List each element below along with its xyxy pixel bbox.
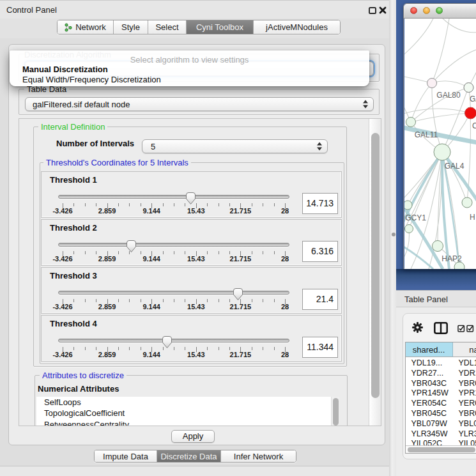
attribute-list-item[interactable]: BetweennessCentrality	[36, 419, 331, 426]
cell-name[interactable]: YBR04	[453, 379, 476, 389]
cell-shared-name[interactable]: YLR345W	[406, 429, 453, 440]
network-edge	[432, 81, 468, 88]
cell-shared-name[interactable]: YDL19...	[406, 358, 453, 369]
table-row[interactable]: YBR043CYBR04	[406, 379, 476, 389]
pane-divider[interactable]	[389, 0, 396, 476]
cell-shared-name[interactable]: YPR145W	[406, 388, 453, 399]
dropdown-option[interactable]: Equal Width/Frequency Discretization	[22, 75, 161, 84]
bottom-tab-infer-network[interactable]: Infer Network	[221, 450, 296, 462]
slider-tick	[263, 203, 263, 206]
threshold-value-field[interactable]: 6.316	[302, 241, 338, 262]
network-canvas[interactable]: GAL80GACGAL11GAL4GCY1HHAP2	[404, 19, 476, 269]
float-window-icon[interactable]	[369, 7, 376, 14]
slider-tick	[141, 203, 141, 206]
table-row[interactable]: YDL19...YDL19	[406, 358, 476, 369]
slider-thumb[interactable]	[185, 192, 196, 205]
threshold-value-field[interactable]: 11.344	[302, 337, 338, 358]
slider-track[interactable]	[58, 195, 289, 199]
tab-cyni-toolbox[interactable]: Cyni Toolbox	[187, 20, 254, 34]
table-row[interactable]: YBR045CYBR04	[406, 409, 476, 419]
slider-tick	[73, 299, 74, 302]
network-node[interactable]	[427, 79, 437, 88]
attributes-scrollbar-thumb[interactable]	[333, 398, 339, 426]
close-icon[interactable]	[379, 6, 387, 14]
minimize-traffic-light[interactable]	[423, 7, 430, 14]
cell-name[interactable]: YBL07	[453, 419, 476, 429]
table-hscrollbar[interactable]	[406, 445, 476, 453]
tab-label: Style	[121, 22, 140, 32]
network-node[interactable]	[462, 197, 472, 208]
column-header-shared-name[interactable]: shared...	[406, 342, 453, 357]
bottom-tab-impute-data[interactable]: Impute Data	[95, 450, 157, 462]
cell-name[interactable]: YPR14	[453, 388, 476, 399]
network-node[interactable]	[404, 201, 412, 210]
attribute-list-item[interactable]: SelfLoops	[36, 397, 331, 408]
checkbox-icon[interactable]	[466, 325, 474, 332]
bottom-tab-discretize-data[interactable]: Discretize Data	[157, 450, 221, 462]
slider-tick	[85, 347, 86, 350]
network-node[interactable]	[434, 144, 450, 160]
slider-track[interactable]	[58, 339, 289, 342]
dropdown-option[interactable]: Manual Discretization	[22, 65, 108, 74]
tab-style[interactable]: Style	[114, 20, 148, 34]
threshold-slider[interactable]: -3.4262.8599.14415.4321.71528	[58, 316, 289, 362]
slider-thumb[interactable]	[126, 240, 137, 253]
table-row[interactable]: YBL079WYBL07	[406, 419, 476, 429]
cell-shared-name[interactable]: YBR043C	[406, 379, 453, 389]
threshold-value-field[interactable]: 14.713	[302, 193, 338, 214]
settings-scrollbar-thumb[interactable]	[371, 133, 380, 398]
cell-shared-name[interactable]: YBR045C	[406, 409, 453, 419]
number-of-intervals-combobox[interactable]: 5	[142, 139, 328, 153]
threshold-slider[interactable]: -3.4262.8599.14415.4321.71528	[58, 172, 289, 219]
cell-shared-name[interactable]: YER054C	[406, 399, 453, 409]
tab-jactivemnodules[interactable]: jActiveMNodules	[254, 20, 340, 34]
slider-track[interactable]	[58, 291, 289, 295]
network-edge	[404, 19, 433, 57]
zoom-traffic-light[interactable]	[436, 7, 443, 14]
network-node[interactable]	[433, 241, 443, 252]
slider-tick	[85, 251, 86, 254]
cell-name[interactable]: YDR27	[453, 369, 476, 379]
table-hscrollbar-thumb[interactable]	[408, 447, 475, 452]
window-title: Control Panel	[6, 5, 57, 15]
slider-tick-label: 28	[281, 255, 289, 263]
close-traffic-light[interactable]	[410, 7, 417, 14]
attribute-list-item[interactable]: TopologicalCoefficient	[36, 408, 331, 418]
gear-icon[interactable]	[412, 322, 423, 333]
network-node[interactable]	[405, 225, 413, 233]
threshold-slider[interactable]: -3.4262.8599.14415.4321.71528	[58, 268, 289, 314]
cell-name[interactable]: YLR34	[453, 429, 476, 440]
column-header-name[interactable]: name	[453, 342, 476, 357]
slider-thumb[interactable]	[233, 288, 243, 301]
checkbox-icon[interactable]	[457, 325, 465, 332]
tab-network[interactable]: Network	[58, 20, 114, 34]
cell-shared-name[interactable]: YBL079W	[406, 419, 453, 429]
split-view-icon[interactable]	[434, 322, 448, 334]
table-data-combobox[interactable]: galFiltered.sif default node	[25, 97, 374, 111]
divider-handle-icon[interactable]	[392, 233, 395, 236]
apply-button[interactable]: Apply	[171, 430, 215, 443]
network-node[interactable]	[406, 118, 416, 127]
settings-scrollbar[interactable]	[369, 119, 381, 426]
threshold-slider[interactable]: -3.4262.8599.14415.4321.71528	[58, 220, 289, 266]
table-row[interactable]: YLR345WYLR34	[406, 429, 476, 440]
table-row[interactable]: YER054CYER05	[406, 399, 476, 409]
slider-tick-label: 15.43	[187, 303, 205, 311]
cell-name[interactable]: YDL19	[453, 358, 476, 369]
network-node[interactable]	[464, 83, 473, 93]
table-row[interactable]: YPR145WYPR14	[406, 388, 476, 399]
tab-select[interactable]: Select	[148, 20, 187, 34]
cell-name[interactable]: YBR04	[453, 409, 476, 419]
table-row[interactable]: YDR27...YDR27	[406, 369, 476, 379]
slider-tick-label: 28	[281, 207, 289, 215]
network-node[interactable]	[465, 107, 476, 119]
attributes-list-scrollbar[interactable]	[331, 397, 339, 426]
cell-shared-name[interactable]: YDR27...	[406, 369, 453, 379]
numerical-attributes-list[interactable]: SelfLoopsTopologicalCoefficientBetweenne…	[36, 397, 331, 426]
slider-track[interactable]	[58, 243, 289, 247]
threshold-value-field[interactable]: 21.4	[302, 289, 338, 310]
table-data-combo-value: galFiltered.sif default node	[33, 100, 130, 109]
cell-name[interactable]: YER05	[453, 399, 476, 409]
slider-tick-label: -3.426	[52, 303, 72, 311]
slider-thumb[interactable]	[162, 335, 173, 349]
